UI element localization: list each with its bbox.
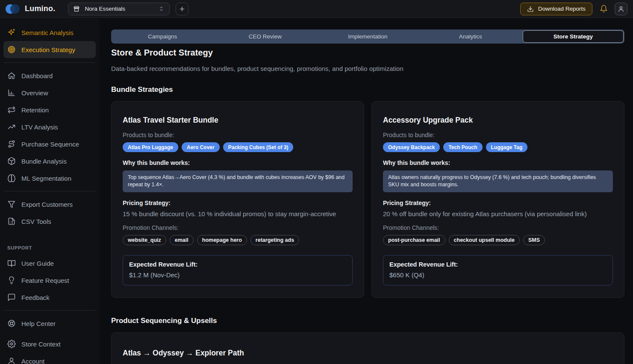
topbar: Lumino. Nora Essentials Download Reports (0, 0, 633, 18)
tab-implementation[interactable]: Implementation (317, 30, 418, 43)
sidebar-item-csv-tools[interactable]: CSV Tools (3, 213, 96, 230)
sidebar-item-dashboard[interactable]: Dashboard (3, 67, 96, 84)
channel-pill: checkout upsell module (449, 235, 520, 245)
trending-up-icon (7, 123, 16, 131)
revenue-lift-box: Expected Revenue Lift:$650 K (Q4) (383, 255, 613, 285)
sidebar-item-label: ML Segmentation (21, 175, 71, 182)
channels-label: Promotion Channels: (383, 224, 613, 231)
store-icon (73, 6, 80, 12)
product-pill: Aero Cover (182, 142, 220, 152)
sidebar-item-ml-segmentation[interactable]: ML Segmentation (3, 170, 96, 187)
app-logo: Lumino. (6, 4, 55, 14)
bundle-cards: Atlas Travel Starter BundleProducts to b… (111, 101, 624, 298)
route-icon (7, 140, 16, 148)
file-spreadsheet-icon (7, 217, 16, 226)
sidebar-divider (4, 62, 95, 63)
lift-value: $1.2 M (Nov-Dec) (129, 271, 346, 279)
channel-pills: post-purchase emailcheckout upsell modul… (383, 235, 613, 245)
bundle-card-title: Atlas Travel Starter Bundle (123, 116, 353, 125)
sidebar-item-label: LTV Analysis (21, 123, 58, 131)
product-pills: Atlas Pro LuggageAero CoverPacking Cubes… (123, 142, 353, 152)
sidebar-item-bundle-analysis[interactable]: Bundle Analysis (3, 153, 96, 170)
sidebar-item-label: Dashboard (21, 72, 53, 79)
bell-icon (600, 5, 608, 13)
sidebar-item-help-center[interactable]: Help Center (3, 315, 96, 332)
sidebar-item-label: Bundle Analysis (21, 158, 67, 165)
channel-pill: homepage hero (197, 235, 247, 245)
lift-label: Expected Revenue Lift: (129, 261, 346, 268)
sidebar-section-heading: SUPPORT (3, 245, 96, 250)
sidebar-item-ltv-analysis[interactable]: LTV Analysis (3, 118, 96, 135)
account-menu-button[interactable] (615, 3, 627, 15)
sidebar-item-retention[interactable]: Retention (3, 101, 96, 118)
logo-text: Lumino. (25, 4, 55, 13)
product-pill: Atlas Pro Luggage (123, 142, 178, 152)
bell-icon (600, 5, 608, 13)
lift-label: Expected Revenue Lift: (389, 261, 607, 268)
sidebar-gap (3, 332, 96, 335)
sidebar-item-account[interactable]: Account (3, 352, 96, 364)
channel-pill: email (170, 235, 194, 245)
product-pill: Packing Cubes (Set of 3) (223, 142, 294, 152)
notifications-button[interactable] (598, 4, 609, 14)
sidebar-item-label: Purchase Sequence (21, 141, 79, 148)
download-reports-button[interactable]: Download Reports (520, 3, 592, 15)
tab-bar: CampaignsCEO ReviewImplementationAnalyti… (111, 29, 624, 44)
sidebar-item-store-context[interactable]: Store Context (3, 335, 96, 352)
page-title: Store & Product Strategy (111, 48, 624, 58)
products-label: Products to bundle: (123, 132, 353, 138)
target-icon (7, 45, 16, 54)
pricing-label: Pricing Strategy: (383, 200, 613, 206)
sidebar-divider (4, 310, 95, 311)
sidebar-item-user-guide[interactable]: User Guide (3, 255, 96, 272)
filter-icon (7, 200, 16, 208)
brain-icon (7, 174, 16, 182)
sequencing-heading: Product Sequencing & Upsells (111, 317, 624, 325)
tab-ceo-review[interactable]: CEO Review (215, 30, 315, 43)
pricing-text: 15 % bundle discount (vs. 10 % individua… (123, 210, 353, 217)
sidebar-item-feature-request[interactable]: Feature Request (3, 272, 96, 289)
sequence-card: Atlas → Odyssey → Explorer Path Recommen… (111, 332, 624, 364)
sidebar-item-semantic-analysis[interactable]: Semantic Analysis (3, 24, 96, 41)
tab-analytics[interactable]: Analytics (420, 30, 521, 43)
sparkles-icon (7, 28, 16, 37)
life-buoy-icon (7, 319, 16, 328)
tab-campaigns[interactable]: Campaigns (112, 30, 213, 43)
store-icon (73, 6, 80, 12)
pricing-text: 20 % off bundle only for existing Atlas … (383, 210, 613, 217)
sidebar-item-purchase-sequence[interactable]: Purchase Sequence (3, 135, 96, 153)
channel-pill: SMS (523, 235, 545, 245)
product-pill: Odyssey Backpack (383, 142, 440, 152)
user-icon (618, 6, 624, 12)
sidebar-item-execution-strategy[interactable]: Execution Strategy (3, 41, 96, 58)
sidebar-item-overview[interactable]: Overview (3, 84, 96, 101)
sidebar-item-label: Help Center (21, 320, 56, 327)
bundle-card: Atlas Travel Starter BundleProducts to b… (111, 101, 364, 298)
sidebar-item-label: User Guide (21, 260, 54, 267)
sidebar: Semantic AnalysisExecution StrategyDashb… (0, 18, 99, 364)
bundle-strategies-heading: Bundle Strategies (111, 85, 624, 94)
sidebar-item-export-customers[interactable]: Export Customers (3, 196, 96, 213)
package-icon (7, 157, 16, 165)
pricing-label: Pricing Strategy: (123, 200, 353, 206)
plus-icon (179, 6, 185, 12)
sidebar-item-label: Feedback (21, 294, 50, 301)
add-store-button[interactable] (176, 3, 188, 15)
sidebar-item-label: Execution Strategy (21, 46, 75, 53)
sidebar-item-label: CSV Tools (21, 218, 51, 225)
why-label: Why this bundle works: (123, 159, 353, 166)
bar-chart-icon (7, 88, 16, 97)
store-selector[interactable]: Nora Essentials (68, 3, 170, 15)
download-icon (527, 6, 534, 12)
user-icon (618, 6, 624, 12)
sidebar-divider (4, 191, 95, 191)
sidebar-item-label: Export Customers (21, 201, 73, 208)
bundle-card-title: Accessory Upgrade Pack (383, 116, 613, 125)
sidebar-item-feedback[interactable]: Feedback (3, 289, 96, 306)
message-square-icon (7, 293, 16, 302)
tab-store-strategy[interactable]: Store Strategy (523, 30, 624, 43)
page-subtitle: Data-backed recommendations for bundles,… (111, 65, 624, 72)
products-label: Products to bundle: (383, 132, 613, 138)
product-pill: Tech Pouch (443, 142, 482, 152)
lightbulb-icon (7, 276, 16, 285)
